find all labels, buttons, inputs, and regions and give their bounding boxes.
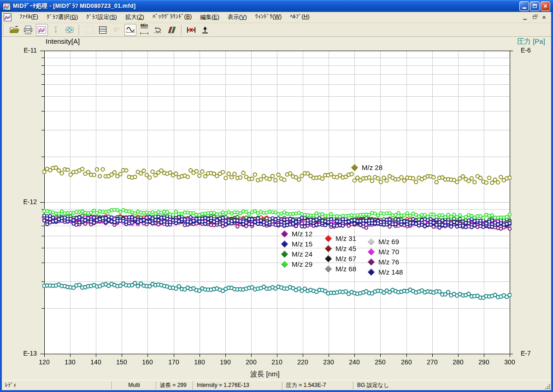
menu-item-graph-settings[interactable]: ｸﾞﾗﾌ設定(S) — [82, 12, 121, 23]
legend-item: M/z 15 — [282, 239, 312, 249]
legend-item: M/z 70 — [369, 246, 399, 257]
x-axis-tick-label: 150 — [112, 358, 132, 366]
wave-icon[interactable] — [124, 24, 136, 36]
legend-diamond-icon — [368, 238, 375, 245]
marker-drop-icon — [50, 24, 62, 36]
legend-item: M/z 68 — [326, 263, 356, 274]
legend-diamond-icon — [281, 240, 288, 247]
series-annotation: M/z 28 — [352, 162, 382, 172]
x-axis-tick-label: 120 — [34, 358, 54, 366]
legend-label: M/z 15 — [292, 240, 312, 248]
graph-display-icon[interactable] — [36, 24, 48, 36]
menu-bar: ﾌｧｲﾙ(F)ｸﾞﾗﾌ選択(G)ｸﾞﾗﾌ設定(S)拡大(Z)ﾊﾞｯｸｸﾞﾗｳﾝﾄ… — [2, 12, 551, 23]
fit-view-icon[interactable] — [64, 24, 76, 36]
legend-item: M/z 148 — [369, 267, 403, 277]
legend-diamond-icon — [325, 245, 332, 252]
document-chart-icon — [4, 13, 12, 21]
menu-item-edit[interactable]: 編集(E) — [196, 12, 224, 23]
chart-plot-canvas[interactable] — [2, 37, 551, 380]
mdi-minimize-button[interactable] — [521, 14, 528, 21]
legend-label: M/z 69 — [378, 238, 399, 246]
legend-label: M/z 45 — [335, 245, 356, 252]
title-bar: MIDﾃﾞｰﾀ処理 - [MIDｸﾞﾗﾌ MID080723_01.mfd] × — [0, 0, 553, 12]
legend-label: M/z 76 — [378, 258, 399, 266]
celsius-icon: C° — [111, 24, 123, 36]
toolbar-separator — [181, 25, 182, 35]
menu-item-background[interactable]: ﾊﾞｯｸｸﾞﾗｳﾝﾄﾞ(B) — [148, 12, 196, 23]
x-axis-tick-label: 180 — [189, 358, 210, 366]
x-axis-tick-label: 190 — [215, 358, 235, 366]
legend-diamond-icon — [325, 265, 332, 272]
toolbar-grip[interactable] — [3, 25, 5, 35]
window-border-bottom — [0, 390, 553, 392]
legend-diamond-icon — [281, 260, 288, 268]
min-icon[interactable]: Min — [138, 24, 150, 36]
status-pressure: 圧力 = 1.543E-7 — [283, 380, 353, 391]
status-intensity: Intensity = 1.276E-13 — [194, 380, 282, 391]
status-bg-setting: BG 設定なし — [354, 380, 551, 391]
menu-item-window[interactable]: ｳｨﾝﾄﾞｳ(W) — [251, 12, 286, 23]
legend-item: M/z 12 — [282, 228, 312, 239]
export-up-icon[interactable] — [199, 24, 211, 36]
mdi-restore-button[interactable] — [531, 14, 538, 21]
x-axis-tick-label: 290 — [474, 358, 494, 366]
x-axis-tick-label: 280 — [448, 358, 468, 366]
left-axis-title: Intensity[A] — [46, 37, 80, 45]
legend-item: M/z 31 — [326, 233, 356, 243]
minimize-button[interactable] — [519, 1, 529, 11]
status-ready: ﾚﾃﾞｨ — [2, 380, 112, 391]
x-axis-tick-label: 210 — [267, 358, 287, 366]
menu-item-file[interactable]: ﾌｧｲﾙ(F) — [15, 12, 42, 23]
legend-diamond-icon — [325, 255, 332, 262]
print-icon[interactable] — [22, 24, 34, 36]
legend-label: M/z 67 — [335, 255, 356, 263]
legend-label: M/z 70 — [378, 248, 399, 256]
background-stripes-icon[interactable] — [166, 24, 178, 36]
legend-label: M/z 29 — [292, 260, 312, 268]
window-border-right — [551, 12, 553, 390]
maximize-button[interactable] — [530, 1, 540, 11]
open-icon[interactable] — [8, 24, 20, 36]
left-axis-tick-label: E-12 — [15, 198, 37, 205]
legend-item: M/z 24 — [282, 249, 312, 259]
resize-grip[interactable] — [549, 388, 550, 389]
toolbar: C°Min — [2, 23, 551, 37]
legend-item: M/z 29 — [282, 259, 312, 269]
legend-diamond-icon — [325, 234, 332, 242]
x-axis-tick-label: 270 — [422, 358, 442, 366]
legend-diamond-icon — [368, 268, 375, 275]
menu-item-help[interactable]: ﾍﾙﾌﾟ(H) — [286, 12, 313, 23]
menu-item-zoom[interactable]: 拡大(Z) — [121, 12, 148, 23]
x-axis-title: 波長 [nm] — [240, 370, 290, 379]
legend-label: M/z 31 — [335, 234, 356, 242]
app-window: MIDﾃﾞｰﾀ処理 - [MIDｸﾞﾗﾌ MID080723_01.mfd] ×… — [0, 0, 553, 392]
left-axis-tick-label: E-11 — [15, 47, 37, 54]
legend-diamond-icon — [281, 250, 288, 257]
x-axis-tick-label: 160 — [137, 358, 158, 366]
menu-item-graph-select[interactable]: ｸﾞﾗﾌ選択(G) — [42, 12, 82, 23]
menu-item-view[interactable]: 表示(V) — [224, 12, 251, 23]
toolbar-buttons: C°Min — [7, 24, 212, 36]
legend-label: M/z 28 — [362, 164, 382, 171]
close-button[interactable]: × — [541, 1, 550, 11]
right-axis-title: 圧力 [Pa] — [517, 37, 545, 46]
grid-icon — [83, 24, 95, 36]
data-table-icon[interactable] — [97, 24, 109, 36]
legend-item: M/z 76 — [369, 257, 399, 267]
x-axis-tick-label: 200 — [241, 358, 261, 366]
mdi-close-button[interactable]: × — [541, 14, 547, 21]
legend-item: M/z 45 — [326, 243, 356, 253]
repeat-icon[interactable] — [152, 24, 164, 36]
x-axis-tick-label: 140 — [86, 358, 106, 366]
legend-diamond-icon — [281, 230, 288, 237]
x-axis-tick-label: 130 — [60, 358, 80, 366]
legend-label: M/z 148 — [378, 268, 403, 276]
x-axis-tick-label: 220 — [293, 358, 313, 366]
clear-x-icon[interactable] — [185, 24, 197, 36]
legend-label: M/z 12 — [292, 230, 312, 238]
toolbar-separator — [79, 25, 80, 35]
legend-item: M/z 67 — [326, 253, 356, 263]
legend-label: M/z 68 — [335, 265, 356, 273]
window-title: MIDﾃﾞｰﾀ処理 - [MIDｸﾞﾗﾌ MID080723_01.mfd] — [13, 2, 135, 10]
x-axis-tick-label: 250 — [370, 358, 390, 366]
